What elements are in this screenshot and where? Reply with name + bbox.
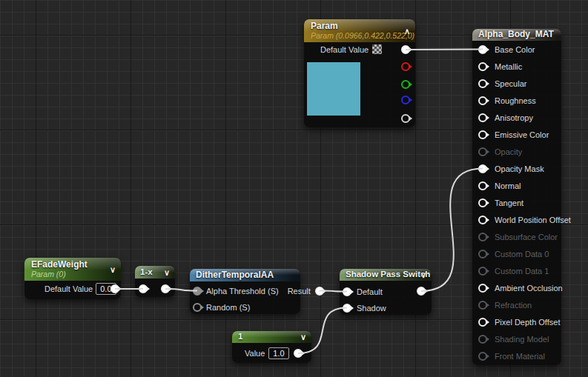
pin-alpha-threshold-input[interactable] [193, 287, 202, 296]
input-label: Random (S) [206, 303, 250, 312]
pin-material-input [478, 301, 487, 310]
material-input-label: Anisotropy [495, 113, 533, 122]
pin-param-a-output[interactable] [401, 114, 410, 123]
node-dithertemporalaa-header[interactable]: DitherTemporalAA [190, 269, 300, 281]
pin-material-input[interactable] [478, 96, 487, 105]
node-material-header[interactable]: Alpha_Body_MAT [472, 29, 561, 41]
pin-default-input[interactable] [343, 287, 351, 296]
material-input-label: Front Material [495, 352, 545, 361]
pin-material-input[interactable] [478, 318, 487, 327]
color-preview-swatch[interactable] [307, 62, 360, 116]
checker-swatch-icon[interactable] [372, 44, 382, 54]
material-input-label: Specular [495, 79, 526, 88]
material-input-label: Base Color [495, 45, 535, 54]
node-efadeweight[interactable]: EFadeWeight Param (0) ∨ Default Value 0.… [24, 258, 121, 299]
node-material-result[interactable]: Alpha_Body_MAT Base ColorMetallicSpecula… [472, 29, 561, 365]
pin-material-input[interactable] [478, 198, 487, 207]
pin-material-input [478, 147, 487, 156]
material-input-row: Specular [472, 75, 561, 92]
node-constant-one-header[interactable]: 1 ∨ [232, 331, 311, 343]
collapse-chevron-up-icon[interactable]: ∧ [404, 27, 410, 36]
pin-switch-output[interactable] [417, 287, 426, 296]
pin-material-input[interactable] [478, 62, 487, 71]
output-label: Result [288, 287, 311, 296]
material-input-label: Metallic [495, 62, 522, 71]
pin-material-input[interactable] [478, 164, 487, 173]
material-input-row: World Position Offset [472, 211, 561, 228]
material-input-row: Anisotropy [472, 109, 561, 126]
material-input-label: World Position Offset [495, 216, 571, 224]
pin-material-input[interactable] [478, 181, 487, 190]
material-input-label: Emissive Color [495, 130, 549, 139]
material-input-row: Custom Data 1 [472, 262, 561, 279]
node-efadeweight-header[interactable]: EFadeWeight Param (0) ∨ [24, 258, 121, 281]
pin-material-input[interactable] [478, 130, 487, 139]
material-input-row: Opacity Mask [472, 160, 561, 177]
default-value-label: Default Value [320, 45, 369, 54]
pin-material-input [478, 250, 487, 258]
node-one-minus-x-header[interactable]: 1-x ∨ [135, 266, 175, 278]
node-title: EFadeWeight [31, 260, 114, 270]
node-shadow-pass-switch-header[interactable]: Shadow Pass Switch ∨ [340, 269, 432, 281]
material-input-label: Ambient Occlusion [495, 284, 563, 293]
material-input-row: Emissive Color [472, 126, 561, 143]
input-label: Alpha Threshold (S) [206, 287, 279, 296]
node-param[interactable]: Param Param (0.0966,0.422,0.522,0) ∧ Def… [304, 19, 415, 127]
pin-shadow-input[interactable] [343, 304, 351, 313]
material-input-row: Ambient Occlusion [472, 279, 561, 296]
input-label: Shadow [357, 304, 386, 313]
pin-param-b-output[interactable] [401, 96, 410, 104]
material-input-label: Opacity [495, 147, 522, 156]
material-input-row: Normal [472, 177, 561, 194]
value-label: Value [245, 349, 265, 358]
material-input-row: Pixel Depth Offset [472, 313, 561, 330]
pin-material-input[interactable] [478, 45, 487, 54]
material-input-label: Shading Model [495, 335, 549, 344]
node-constant-one[interactable]: 1 ∨ Value 1.0 [232, 331, 311, 363]
node-title: Shadow Pass Switch [346, 270, 426, 279]
material-input-row: Refraction [472, 296, 561, 313]
pin-efadeweight-output[interactable] [110, 284, 119, 293]
pin-material-input[interactable] [478, 113, 487, 122]
collapse-chevron-down-icon[interactable]: ∨ [300, 333, 306, 342]
material-input-label: Roughness [495, 96, 536, 105]
material-input-label: Normal [495, 181, 521, 190]
material-input-label: Opacity Mask [495, 164, 544, 173]
pin-material-input[interactable] [478, 216, 487, 224]
material-input-label: Tangent [495, 198, 523, 207]
pin-material-input[interactable] [478, 79, 487, 88]
collapse-chevron-down-icon[interactable]: ∨ [110, 265, 116, 275]
material-input-label: Pixel Depth Offset [495, 318, 560, 327]
material-input-row: Base Color [472, 41, 561, 58]
pin-one-minus-x-output[interactable] [161, 284, 170, 293]
pin-random-input[interactable] [193, 303, 202, 312]
material-input-row: Tangent [472, 194, 561, 211]
material-input-label: Refraction [495, 301, 532, 310]
default-value-label: Default Value [44, 284, 93, 293]
node-param-header[interactable]: Param Param (0.0966,0.422,0.522,0) ∧ [304, 19, 415, 42]
pin-material-input [478, 352, 487, 361]
node-subtitle: Param (0) [31, 270, 114, 278]
material-graph-canvas[interactable]: Param Param (0.0966,0.422,0.522,0) ∧ Def… [0, 0, 588, 377]
collapse-chevron-down-icon[interactable]: ∨ [164, 267, 170, 277]
pin-constant-output[interactable] [294, 349, 303, 358]
material-input-row: Roughness [472, 92, 561, 109]
material-input-label: Custom Data 1 [495, 267, 549, 276]
material-input-row: Opacity [472, 143, 561, 160]
node-shadow-pass-switch[interactable]: Shadow Pass Switch ∨ Default Shadow [340, 269, 432, 315]
node-one-minus-x[interactable]: 1-x ∨ [135, 266, 175, 297]
material-input-row: Front Material [472, 347, 561, 364]
pin-one-minus-x-input[interactable] [139, 284, 148, 293]
node-title: Param [311, 21, 409, 31]
collapse-chevron-down-icon[interactable]: ∨ [420, 270, 426, 280]
node-dithertemporalaa[interactable]: DitherTemporalAA Alpha Threshold (S) Res… [190, 269, 300, 314]
pin-material-input[interactable] [478, 284, 487, 293]
pin-result-output[interactable] [315, 287, 324, 296]
pin-param-g-output[interactable] [401, 80, 410, 89]
material-input-row: Metallic [472, 58, 561, 75]
node-title: DitherTemporalAA [196, 270, 294, 280]
pin-param-r-output[interactable] [401, 62, 410, 71]
node-subtitle: Param (0.0966,0.422,0.522,0) [311, 31, 409, 40]
pin-param-rgb-output[interactable] [401, 45, 410, 54]
value-input[interactable]: 1.0 [268, 347, 288, 359]
